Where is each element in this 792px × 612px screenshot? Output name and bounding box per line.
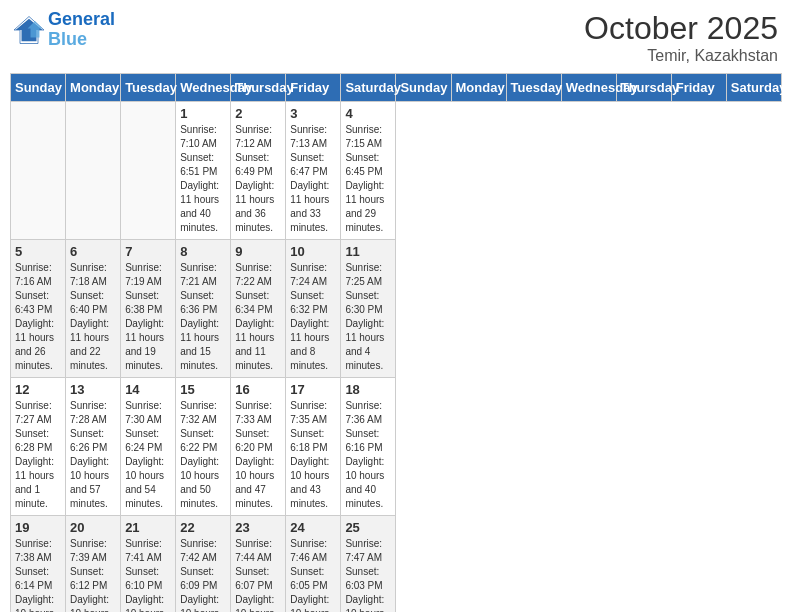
- header-friday: Friday: [671, 74, 726, 102]
- day-info: Sunrise: 7:18 AMSunset: 6:40 PMDaylight:…: [70, 261, 116, 373]
- header-tuesday: Tuesday: [121, 74, 176, 102]
- day-number: 24: [290, 520, 336, 535]
- day-info: Sunrise: 7:47 AMSunset: 6:03 PMDaylight:…: [345, 537, 391, 612]
- title-block: October 2025 Temir, Kazakhstan: [584, 10, 778, 65]
- day-info: Sunrise: 7:36 AMSunset: 6:16 PMDaylight:…: [345, 399, 391, 511]
- day-number: 2: [235, 106, 281, 121]
- calendar-cell: 20Sunrise: 7:39 AMSunset: 6:12 PMDayligh…: [66, 516, 121, 613]
- day-number: 20: [70, 520, 116, 535]
- day-info: Sunrise: 7:39 AMSunset: 6:12 PMDaylight:…: [70, 537, 116, 612]
- calendar-cell: 21Sunrise: 7:41 AMSunset: 6:10 PMDayligh…: [121, 516, 176, 613]
- calendar-cell: 4Sunrise: 7:15 AMSunset: 6:45 PMDaylight…: [341, 102, 396, 240]
- calendar-cell: 13Sunrise: 7:28 AMSunset: 6:26 PMDayligh…: [66, 378, 121, 516]
- day-info: Sunrise: 7:25 AMSunset: 6:30 PMDaylight:…: [345, 261, 391, 373]
- calendar-cell: 7Sunrise: 7:19 AMSunset: 6:38 PMDaylight…: [121, 240, 176, 378]
- header-wednesday: Wednesday: [561, 74, 616, 102]
- calendar-cell: 14Sunrise: 7:30 AMSunset: 6:24 PMDayligh…: [121, 378, 176, 516]
- calendar-week-4: 19Sunrise: 7:38 AMSunset: 6:14 PMDayligh…: [11, 516, 782, 613]
- day-number: 22: [180, 520, 226, 535]
- calendar-cell: 1Sunrise: 7:10 AMSunset: 6:51 PMDaylight…: [176, 102, 231, 240]
- day-info: Sunrise: 7:41 AMSunset: 6:10 PMDaylight:…: [125, 537, 171, 612]
- day-number: 18: [345, 382, 391, 397]
- calendar-cell: 19Sunrise: 7:38 AMSunset: 6:14 PMDayligh…: [11, 516, 66, 613]
- day-number: 8: [180, 244, 226, 259]
- header-saturday: Saturday: [726, 74, 781, 102]
- calendar-cell: 9Sunrise: 7:22 AMSunset: 6:34 PMDaylight…: [231, 240, 286, 378]
- header-monday: Monday: [66, 74, 121, 102]
- header-saturday: Saturday: [341, 74, 396, 102]
- day-number: 16: [235, 382, 281, 397]
- calendar-cell: 16Sunrise: 7:33 AMSunset: 6:20 PMDayligh…: [231, 378, 286, 516]
- day-number: 21: [125, 520, 171, 535]
- calendar-cell: 3Sunrise: 7:13 AMSunset: 6:47 PMDaylight…: [286, 102, 341, 240]
- day-info: Sunrise: 7:15 AMSunset: 6:45 PMDaylight:…: [345, 123, 391, 235]
- calendar-week-2: 5Sunrise: 7:16 AMSunset: 6:43 PMDaylight…: [11, 240, 782, 378]
- day-info: Sunrise: 7:33 AMSunset: 6:20 PMDaylight:…: [235, 399, 281, 511]
- day-info: Sunrise: 7:13 AMSunset: 6:47 PMDaylight:…: [290, 123, 336, 235]
- header-monday: Monday: [451, 74, 506, 102]
- calendar-cell: 25Sunrise: 7:47 AMSunset: 6:03 PMDayligh…: [341, 516, 396, 613]
- calendar-cell: 12Sunrise: 7:27 AMSunset: 6:28 PMDayligh…: [11, 378, 66, 516]
- day-number: 1: [180, 106, 226, 121]
- header-thursday: Thursday: [616, 74, 671, 102]
- day-number: 11: [345, 244, 391, 259]
- day-info: Sunrise: 7:10 AMSunset: 6:51 PMDaylight:…: [180, 123, 226, 235]
- calendar-week-1: 1Sunrise: 7:10 AMSunset: 6:51 PMDaylight…: [11, 102, 782, 240]
- day-number: 4: [345, 106, 391, 121]
- calendar-cell: 6Sunrise: 7:18 AMSunset: 6:40 PMDaylight…: [66, 240, 121, 378]
- calendar-cell: 17Sunrise: 7:35 AMSunset: 6:18 PMDayligh…: [286, 378, 341, 516]
- calendar-week-3: 12Sunrise: 7:27 AMSunset: 6:28 PMDayligh…: [11, 378, 782, 516]
- logo: General Blue: [14, 10, 115, 50]
- day-number: 5: [15, 244, 61, 259]
- day-info: Sunrise: 7:27 AMSunset: 6:28 PMDaylight:…: [15, 399, 61, 511]
- header-sunday: Sunday: [11, 74, 66, 102]
- day-number: 17: [290, 382, 336, 397]
- page-header: General Blue October 2025 Temir, Kazakhs…: [10, 10, 782, 65]
- calendar-cell: 15Sunrise: 7:32 AMSunset: 6:22 PMDayligh…: [176, 378, 231, 516]
- month-title: October 2025: [584, 10, 778, 47]
- day-number: 9: [235, 244, 281, 259]
- day-number: 19: [15, 520, 61, 535]
- day-number: 15: [180, 382, 226, 397]
- day-info: Sunrise: 7:12 AMSunset: 6:49 PMDaylight:…: [235, 123, 281, 235]
- day-info: Sunrise: 7:28 AMSunset: 6:26 PMDaylight:…: [70, 399, 116, 511]
- logo-text: General Blue: [48, 10, 115, 50]
- header-friday: Friday: [286, 74, 341, 102]
- day-info: Sunrise: 7:38 AMSunset: 6:14 PMDaylight:…: [15, 537, 61, 612]
- calendar-cell: [11, 102, 66, 240]
- logo-icon: [14, 15, 44, 45]
- calendar-cell: 2Sunrise: 7:12 AMSunset: 6:49 PMDaylight…: [231, 102, 286, 240]
- day-number: 12: [15, 382, 61, 397]
- calendar-cell: 11Sunrise: 7:25 AMSunset: 6:30 PMDayligh…: [341, 240, 396, 378]
- day-info: Sunrise: 7:19 AMSunset: 6:38 PMDaylight:…: [125, 261, 171, 373]
- day-info: Sunrise: 7:21 AMSunset: 6:36 PMDaylight:…: [180, 261, 226, 373]
- day-info: Sunrise: 7:32 AMSunset: 6:22 PMDaylight:…: [180, 399, 226, 511]
- day-info: Sunrise: 7:46 AMSunset: 6:05 PMDaylight:…: [290, 537, 336, 612]
- day-info: Sunrise: 7:16 AMSunset: 6:43 PMDaylight:…: [15, 261, 61, 373]
- day-number: 3: [290, 106, 336, 121]
- header-tuesday: Tuesday: [506, 74, 561, 102]
- calendar-cell: [66, 102, 121, 240]
- day-info: Sunrise: 7:35 AMSunset: 6:18 PMDaylight:…: [290, 399, 336, 511]
- calendar-header-row: SundayMondayTuesdayWednesdayThursdayFrid…: [11, 74, 782, 102]
- day-number: 23: [235, 520, 281, 535]
- day-number: 25: [345, 520, 391, 535]
- day-info: Sunrise: 7:42 AMSunset: 6:09 PMDaylight:…: [180, 537, 226, 612]
- day-number: 13: [70, 382, 116, 397]
- calendar-cell: 22Sunrise: 7:42 AMSunset: 6:09 PMDayligh…: [176, 516, 231, 613]
- day-info: Sunrise: 7:30 AMSunset: 6:24 PMDaylight:…: [125, 399, 171, 511]
- day-number: 10: [290, 244, 336, 259]
- calendar-cell: 8Sunrise: 7:21 AMSunset: 6:36 PMDaylight…: [176, 240, 231, 378]
- calendar-cell: 5Sunrise: 7:16 AMSunset: 6:43 PMDaylight…: [11, 240, 66, 378]
- calendar-cell: 24Sunrise: 7:46 AMSunset: 6:05 PMDayligh…: [286, 516, 341, 613]
- header-sunday: Sunday: [396, 74, 451, 102]
- calendar-cell: 23Sunrise: 7:44 AMSunset: 6:07 PMDayligh…: [231, 516, 286, 613]
- calendar-cell: [121, 102, 176, 240]
- day-info: Sunrise: 7:22 AMSunset: 6:34 PMDaylight:…: [235, 261, 281, 373]
- calendar-table: SundayMondayTuesdayWednesdayThursdayFrid…: [10, 73, 782, 612]
- day-number: 14: [125, 382, 171, 397]
- day-number: 7: [125, 244, 171, 259]
- header-thursday: Thursday: [231, 74, 286, 102]
- day-number: 6: [70, 244, 116, 259]
- day-info: Sunrise: 7:44 AMSunset: 6:07 PMDaylight:…: [235, 537, 281, 612]
